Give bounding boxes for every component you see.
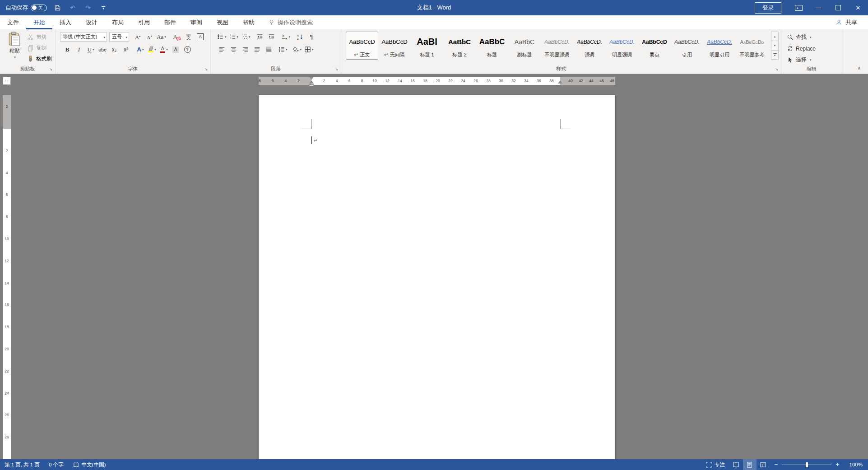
style-subtle-reference[interactable]: AaBbCcDd不明显参考 bbox=[736, 32, 768, 60]
bullets-button[interactable] bbox=[216, 32, 227, 42]
gallery-scroll-up-button[interactable] bbox=[771, 32, 779, 41]
increase-indent-button[interactable] bbox=[266, 32, 277, 42]
grow-font-button[interactable]: A bbox=[132, 32, 143, 42]
style-subtle-emphasis[interactable]: AaBbCcD.不明显强调 bbox=[541, 32, 573, 60]
style-intense-emphasis[interactable]: AaBbCcD.明显强调 bbox=[606, 32, 638, 60]
font-size-combobox[interactable]: 五号 bbox=[109, 32, 129, 42]
autosave-switch-icon[interactable]: 关 bbox=[31, 5, 47, 11]
align-right-button[interactable] bbox=[240, 45, 251, 55]
style-heading-2[interactable]: AaBbC标题 2 bbox=[443, 32, 476, 60]
enclose-characters-button[interactable]: 字 bbox=[182, 45, 193, 55]
clipboard-dialog-launcher-icon[interactable] bbox=[48, 67, 53, 72]
style-quote[interactable]: AaBbCcD.引用 bbox=[671, 32, 703, 60]
character-shading-button[interactable]: A bbox=[170, 45, 181, 55]
tab-file[interactable]: 文件 bbox=[0, 15, 26, 29]
sort-button[interactable]: AZ bbox=[294, 32, 305, 42]
tab-view[interactable]: 视图 bbox=[209, 15, 236, 29]
zoom-percentage[interactable]: 100% bbox=[844, 462, 868, 467]
borders-button[interactable] bbox=[303, 45, 315, 55]
autosave-toggle[interactable]: 自动保存 关 bbox=[5, 4, 47, 12]
font-color-button[interactable]: A bbox=[158, 45, 169, 55]
multilevel-list-button[interactable] bbox=[240, 32, 251, 42]
maximize-button[interactable] bbox=[828, 0, 848, 15]
hanging-indent-marker[interactable] bbox=[309, 78, 314, 84]
numbering-button[interactable]: 12 bbox=[228, 32, 240, 42]
style-emphasis[interactable]: AaBbCcD.强调 bbox=[573, 32, 606, 60]
distribute-button[interactable] bbox=[263, 45, 274, 55]
customize-quick-access-button[interactable] bbox=[98, 2, 108, 14]
replace-button[interactable]: Replace bbox=[787, 44, 816, 53]
style-strong[interactable]: AaBbCcD要点 bbox=[638, 32, 671, 60]
zoom-out-button[interactable]: − bbox=[775, 462, 778, 467]
highlight-color-button[interactable] bbox=[147, 45, 158, 55]
select-button[interactable]: 选择 bbox=[787, 55, 812, 65]
subscript-button[interactable]: x₂ bbox=[109, 45, 120, 55]
signin-button[interactable]: 登录 bbox=[755, 2, 781, 14]
web-layout-button[interactable] bbox=[757, 459, 770, 470]
zoom-slider-knob[interactable] bbox=[806, 462, 808, 467]
gallery-scroll-down-button[interactable] bbox=[771, 41, 779, 50]
tab-insert[interactable]: 插入 bbox=[52, 15, 79, 29]
shrink-font-button[interactable]: A bbox=[144, 32, 155, 42]
document-page[interactable]: ↵ bbox=[259, 95, 615, 459]
style-intense-quote[interactable]: AaBbCcD.明显引用 bbox=[703, 32, 736, 60]
tab-references[interactable]: 引用 bbox=[131, 15, 157, 29]
italic-button[interactable]: I bbox=[74, 45, 84, 55]
tab-layout[interactable]: 布局 bbox=[105, 15, 131, 29]
focus-mode-button[interactable]: 专注 bbox=[701, 459, 729, 470]
tell-me-search[interactable]: 操作说明搜索 bbox=[262, 15, 319, 29]
collapse-ribbon-button[interactable] bbox=[858, 63, 861, 71]
paragraph-dialog-launcher-icon[interactable] bbox=[334, 67, 339, 72]
strikethrough-button[interactable]: abc bbox=[97, 45, 108, 55]
format-painter-button[interactable]: 格式刷 bbox=[27, 54, 52, 63]
tab-help[interactable]: 帮助 bbox=[236, 15, 262, 29]
asian-layout-button[interactable]: X bbox=[280, 32, 292, 42]
clear-formatting-button[interactable]: A bbox=[172, 32, 182, 42]
paste-button[interactable]: 粘贴 bbox=[4, 32, 25, 65]
word-count-status[interactable]: 0 个字 bbox=[44, 459, 68, 470]
close-button[interactable] bbox=[848, 0, 868, 15]
underline-button[interactable]: U bbox=[85, 45, 96, 55]
save-button[interactable] bbox=[52, 2, 62, 14]
undo-button[interactable] bbox=[68, 2, 78, 14]
right-indent-marker[interactable] bbox=[558, 78, 562, 84]
language-status[interactable]: 中文(中国) bbox=[68, 459, 111, 470]
redo-button[interactable] bbox=[83, 2, 93, 14]
text-effects-button[interactable]: A bbox=[135, 45, 146, 55]
character-border-button[interactable]: A bbox=[195, 32, 206, 42]
zoom-in-button[interactable]: + bbox=[836, 462, 839, 467]
cut-button[interactable]: 剪切 bbox=[27, 33, 46, 42]
read-mode-button[interactable] bbox=[729, 459, 743, 470]
phonetic-guide-button[interactable]: wén文 bbox=[183, 32, 194, 42]
show-hide-marks-button[interactable]: ¶ bbox=[306, 32, 317, 42]
ribbon-display-options-button[interactable] bbox=[789, 0, 808, 15]
change-case-button[interactable]: Aa bbox=[156, 32, 167, 42]
align-center-button[interactable] bbox=[228, 45, 239, 55]
style-normal[interactable]: AaBbCcD↵ 正文 bbox=[346, 32, 378, 60]
tab-mailings[interactable]: 邮件 bbox=[157, 15, 183, 29]
share-button[interactable]: 共享 bbox=[825, 15, 868, 29]
zoom-slider[interactable] bbox=[782, 462, 831, 467]
tab-review[interactable]: 审阅 bbox=[183, 15, 209, 29]
page-number-status[interactable]: 第 1 页, 共 1 页 bbox=[0, 459, 44, 470]
gallery-more-button[interactable] bbox=[771, 50, 779, 60]
style-no-spacing[interactable]: AaBbCcD↵ 无间隔 bbox=[378, 32, 411, 60]
font-dialog-launcher-icon[interactable] bbox=[204, 67, 209, 72]
shading-button[interactable] bbox=[292, 45, 303, 55]
align-left-button[interactable] bbox=[216, 45, 227, 55]
decrease-indent-button[interactable] bbox=[255, 32, 265, 42]
find-button[interactable]: 查找 bbox=[787, 33, 812, 42]
justify-button[interactable] bbox=[251, 45, 262, 55]
font-name-combobox[interactable]: 等线 (中文正文) bbox=[60, 32, 107, 42]
minimize-button[interactable] bbox=[808, 0, 828, 15]
tab-stop-selector[interactable] bbox=[3, 77, 11, 85]
style-title[interactable]: AaBbC标题 bbox=[476, 32, 508, 60]
style-subtitle[interactable]: AaBbC副标题 bbox=[508, 32, 541, 60]
line-spacing-button[interactable] bbox=[277, 45, 288, 55]
styles-dialog-launcher-icon[interactable] bbox=[774, 67, 779, 72]
style-heading-1[interactable]: AaBI标题 1 bbox=[411, 32, 443, 60]
tab-design[interactable]: 设计 bbox=[79, 15, 105, 29]
print-layout-button[interactable] bbox=[743, 459, 757, 470]
superscript-button[interactable]: x² bbox=[121, 45, 131, 55]
bold-button[interactable]: B bbox=[62, 45, 73, 55]
